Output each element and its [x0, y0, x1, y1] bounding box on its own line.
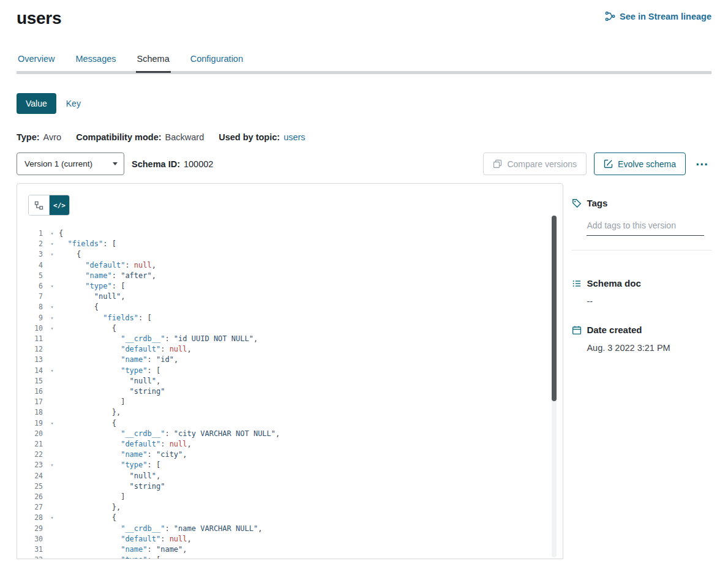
fold-spacer [45, 260, 59, 271]
used-by-topic-label: Used by topic: [219, 132, 280, 142]
code-line: 8▾ { [26, 302, 563, 312]
fold-spacer [45, 386, 59, 397]
code-text: "type": [ [59, 366, 160, 376]
line-number: 18 [26, 407, 45, 418]
tab-messages[interactable]: Messages [74, 50, 117, 71]
fold-arrow-icon[interactable]: ▾ [45, 302, 59, 312]
line-number: 26 [26, 492, 45, 502]
compare-versions-label: Compare versions [507, 159, 577, 169]
code-scrollbar[interactable] [552, 216, 557, 557]
fold-arrow-icon[interactable]: ▾ [45, 228, 59, 239]
tree-view-button[interactable] [29, 195, 49, 215]
fold-arrow-icon[interactable]: ▾ [45, 460, 59, 470]
line-number: 30 [26, 534, 45, 544]
tab-schema[interactable]: Schema [136, 50, 171, 71]
code-text: "name": "id", [59, 355, 178, 365]
code-line: 7 "null", [26, 292, 563, 302]
schema-doc-title: Schema doc [587, 278, 640, 288]
fold-spacer [45, 407, 59, 418]
code-line: 22 "name": "city", [26, 450, 563, 460]
fold-spacer [45, 334, 59, 344]
line-number: 3 [26, 249, 45, 260]
code-line: 10▾ { [26, 323, 563, 334]
code-line: 32▾ "type": [ [26, 555, 563, 559]
code-text: { [59, 323, 116, 334]
tags-input[interactable] [587, 218, 704, 236]
fold-spacer [45, 344, 59, 355]
fold-arrow-icon[interactable]: ▾ [45, 513, 59, 523]
value-toggle-button[interactable]: Value [17, 93, 56, 114]
code-line: 11 "__crdb__": "id UUID NOT NULL", [26, 334, 563, 344]
code-line: 12 "default": null, [26, 344, 563, 355]
stream-lineage-icon [605, 11, 615, 21]
compatibility-mode-label: Compatibility mode: [76, 132, 161, 142]
code-line: 1▾{ [26, 228, 563, 239]
main-content: </> 1▾{2▾ "fields": [3▾ {4 "default": nu… [17, 183, 711, 559]
key-toggle-button[interactable]: Key [56, 93, 91, 114]
type-label: Type: [17, 132, 40, 142]
code-line: 21 "default": null, [26, 439, 563, 450]
code-text: "__crdb__": "city VARCHAR NOT NULL", [59, 429, 280, 439]
fold-arrow-icon[interactable]: ▾ [45, 249, 59, 260]
code-line: 20 "__crdb__": "city VARCHAR NOT NULL", [26, 429, 563, 439]
fold-spacer [45, 439, 59, 450]
more-options-button[interactable]: ⋯ [693, 157, 711, 170]
code-text: }, [59, 502, 121, 513]
tab-overview[interactable]: Overview [17, 50, 56, 71]
code-text: "name": "city", [59, 450, 187, 460]
see-in-stream-lineage-link[interactable]: See in Stream lineage [605, 11, 711, 21]
line-number: 32 [26, 555, 45, 559]
compare-versions-button[interactable]: Compare versions [483, 152, 587, 175]
fold-arrow-icon[interactable]: ▾ [45, 366, 59, 376]
code-text: "null", [59, 471, 160, 481]
type-value: Avro [43, 132, 62, 142]
code-text: "null", [59, 292, 125, 302]
code-text: "null", [59, 376, 160, 386]
fold-arrow-icon[interactable]: ▾ [45, 555, 59, 559]
line-number: 15 [26, 376, 45, 386]
code-lines: 1▾{2▾ "fields": [3▾ {4 "default": null,5… [17, 228, 563, 559]
used-by-topic-link[interactable]: users [283, 132, 305, 142]
code-text: "default": null, [59, 439, 192, 450]
fold-arrow-icon[interactable]: ▾ [45, 239, 59, 249]
line-number: 7 [26, 292, 45, 302]
code-line: 3▾ { [26, 249, 563, 260]
tree-view-icon [34, 201, 43, 210]
code-text: "type": [ [59, 281, 125, 292]
sidebar-divider [572, 250, 711, 250]
fold-spacer [45, 481, 59, 492]
code-line: 23▾ "type": [ [26, 460, 563, 470]
code-text: "fields": [ [59, 313, 152, 323]
fold-arrow-icon[interactable]: ▾ [45, 281, 59, 292]
code-text: "string" [59, 481, 165, 492]
code-view-button[interactable]: </> [49, 195, 69, 215]
date-created-value: Aug. 3 2022 3:21 PM [587, 343, 711, 353]
line-number: 28 [26, 513, 45, 523]
line-number: 24 [26, 471, 45, 481]
line-number: 11 [26, 334, 45, 344]
line-number: 6 [26, 281, 45, 292]
code-line: 2▾ "fields": [ [26, 239, 563, 249]
schema-doc-value: -- [587, 296, 711, 306]
code-line: 31 "name": "name", [26, 544, 563, 555]
fold-arrow-icon[interactable]: ▾ [45, 313, 59, 323]
code-text: ] [59, 492, 125, 502]
schema-id-value: 100002 [184, 159, 213, 169]
fold-spacer [45, 397, 59, 407]
tab-configuration[interactable]: Configuration [189, 50, 244, 71]
sidebar: Tags Schema doc -- [572, 183, 711, 559]
line-number: 8 [26, 302, 45, 312]
fold-spacer [45, 471, 59, 481]
schema-editor-panel: </> 1▾{2▾ "fields": [3▾ {4 "default": nu… [17, 183, 563, 559]
fold-arrow-icon[interactable]: ▾ [45, 418, 59, 429]
code-scrollbar-thumb[interactable] [552, 216, 557, 401]
line-number: 4 [26, 260, 45, 271]
line-number: 19 [26, 418, 45, 429]
code-text: { [59, 228, 63, 239]
fold-arrow-icon[interactable]: ▾ [45, 323, 59, 334]
line-number: 29 [26, 524, 45, 534]
version-select[interactable]: Version 1 (current) [17, 152, 124, 175]
fold-spacer [45, 271, 59, 281]
line-number: 23 [26, 460, 45, 470]
evolve-schema-button[interactable]: Evolve schema [594, 152, 686, 175]
